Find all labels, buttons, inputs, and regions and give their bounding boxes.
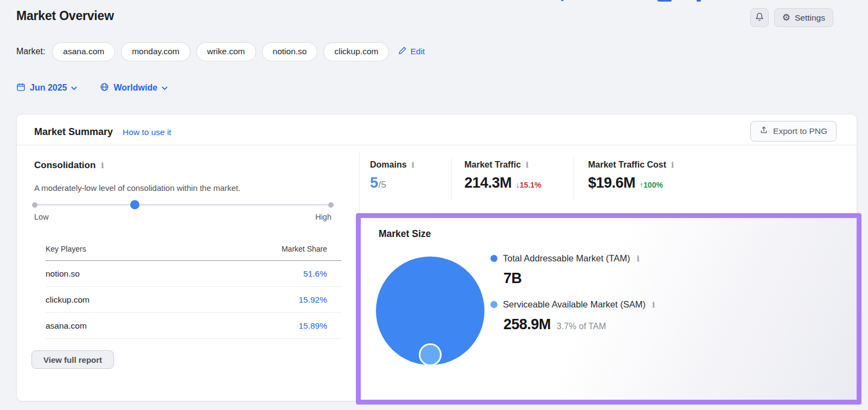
info-icon[interactable]: i (412, 161, 414, 169)
table-row: notion.so 51.6% (46, 261, 341, 287)
key-player-domain: asana.com (46, 321, 87, 331)
card-header: Market Summary How to use it (34, 126, 171, 138)
slider-labels: Low High (34, 213, 331, 221)
market-chip-asana[interactable]: asana.com (52, 42, 115, 61)
slider-track (35, 204, 331, 206)
settings-label: Settings (795, 13, 825, 23)
tam-label: Total Addressable Market (TAM) (503, 253, 630, 264)
market-chip-clickup[interactable]: clickup.com (323, 42, 389, 61)
card-title: Market Summary (34, 126, 113, 138)
stat-traffic-cost-label: Market Traffic Cost (588, 160, 666, 170)
col-key-players: Key Players (46, 245, 86, 253)
info-icon[interactable]: i (671, 161, 674, 169)
stat-traffic-value: 214.3M (464, 175, 512, 191)
consolidation-title-row: Consolidation i (34, 160, 104, 171)
slider-min-dot (32, 202, 37, 208)
table-row: asana.com 15.89% (46, 313, 341, 339)
key-player-share[interactable]: 15.89% (298, 321, 327, 331)
slider-thumb[interactable] (130, 200, 139, 209)
top-actions: ⚙ Settings (750, 8, 833, 27)
key-player-domain: notion.so (46, 269, 80, 279)
tam-value: 7B (503, 270, 522, 287)
stat-domains: Domains i 5 /5 (370, 160, 414, 191)
edit-market-link[interactable]: Edit (398, 46, 425, 57)
stat-divider (451, 158, 452, 200)
slider-high-label: High (315, 213, 331, 221)
key-players-header: Key Players Market Share (46, 245, 341, 261)
consolidation-description: A moderately-low level of consolidation … (34, 183, 240, 193)
cropped-ui-artifact (561, 0, 564, 1)
cropped-ui-artifact (658, 0, 672, 2)
tam-legend-row: Total Addressable Market (TAM) i (490, 253, 640, 264)
notifications-button[interactable] (750, 8, 769, 27)
tam-dot-icon (490, 255, 497, 262)
market-overview-page: Market Overview ⚙ Settings Market: asana… (0, 0, 868, 410)
sam-bubble (419, 343, 442, 366)
info-icon[interactable]: i (652, 300, 655, 309)
chevron-down-icon (71, 83, 77, 93)
globe-icon (100, 82, 109, 94)
view-full-report-button[interactable]: View full report (31, 350, 114, 369)
market-summary-card: Market Summary How to use it Export to P… (16, 114, 857, 401)
column-divider (359, 152, 360, 213)
sam-dot-icon (490, 301, 497, 308)
stat-market-traffic-cost: Market Traffic Cost i $19.6M ↑100% (588, 160, 674, 191)
stat-traffic-label: Market Traffic (464, 160, 521, 170)
how-to-use-link[interactable]: How to use it (123, 127, 171, 137)
cropped-ui-artifact (697, 0, 701, 2)
stat-traffic-delta: ↓15.1% (516, 181, 541, 189)
export-to-png-button[interactable]: Export to PNG (750, 121, 837, 142)
slider-max-dot (328, 202, 334, 208)
market-chip-wrike[interactable]: wrike.com (196, 42, 256, 61)
info-icon[interactable]: i (101, 161, 104, 170)
info-icon[interactable]: i (636, 254, 639, 263)
calendar-icon (16, 82, 25, 94)
date-filter-value: Jun 2025 (30, 83, 67, 93)
date-filter-dropdown[interactable]: Jun 2025 (16, 82, 77, 94)
slider-low-label: Low (34, 213, 49, 221)
market-chip-notion[interactable]: notion.so (262, 42, 318, 61)
region-filter-value: Worldwide (113, 83, 157, 93)
key-player-share[interactable]: 15.92% (298, 295, 327, 305)
stat-market-traffic: Market Traffic i 214.3M ↓15.1% (464, 160, 541, 191)
key-players-table: Key Players Market Share notion.so 51.6%… (46, 245, 341, 339)
sam-value: 258.9M (503, 316, 551, 333)
settings-button[interactable]: ⚙ Settings (774, 8, 833, 27)
pen-icon (398, 46, 407, 57)
bell-icon (755, 12, 764, 24)
chevron-down-icon (162, 83, 168, 93)
stat-traffic-cost-value: $19.6M (588, 175, 635, 191)
edit-label: Edit (410, 47, 425, 56)
market-label: Market: (16, 47, 45, 56)
stat-domains-suffix: /5 (379, 180, 386, 190)
export-label: Export to PNG (773, 126, 827, 136)
market-selector: Market: asana.com monday.com wrike.com n… (16, 42, 425, 61)
market-size-title: Market Size (379, 228, 431, 240)
stat-divider (573, 158, 574, 200)
region-filter-dropdown[interactable]: Worldwide (100, 82, 168, 94)
stat-domains-label: Domains (370, 160, 407, 170)
filters: Jun 2025 Worldwide (16, 81, 168, 95)
info-icon[interactable]: i (526, 161, 528, 169)
stat-traffic-cost-delta: ↑100% (640, 181, 663, 189)
market-chip-monday[interactable]: monday.com (121, 42, 190, 61)
market-size-highlight-box: Market Size Total Addressable Market (TA… (356, 213, 861, 405)
consolidation-slider (32, 200, 334, 209)
stat-domains-value: 5 (370, 175, 378, 191)
consolidation-title: Consolidation (34, 160, 95, 171)
col-market-share: Market Share (282, 245, 327, 253)
key-player-share[interactable]: 51.6% (303, 269, 327, 279)
page-title: Market Overview (16, 9, 114, 23)
table-row: clickup.com 15.92% (46, 287, 341, 313)
card-header-divider (17, 145, 857, 145)
sam-pct-of-tam: 3.7% of TAM (557, 322, 606, 331)
export-icon (760, 126, 768, 137)
key-player-domain: clickup.com (46, 295, 90, 305)
sam-legend-row: Serviceable Available Market (SAM) i (490, 299, 655, 310)
sam-label: Serviceable Available Market (SAM) (503, 299, 646, 310)
gear-icon: ⚙ (782, 13, 790, 22)
